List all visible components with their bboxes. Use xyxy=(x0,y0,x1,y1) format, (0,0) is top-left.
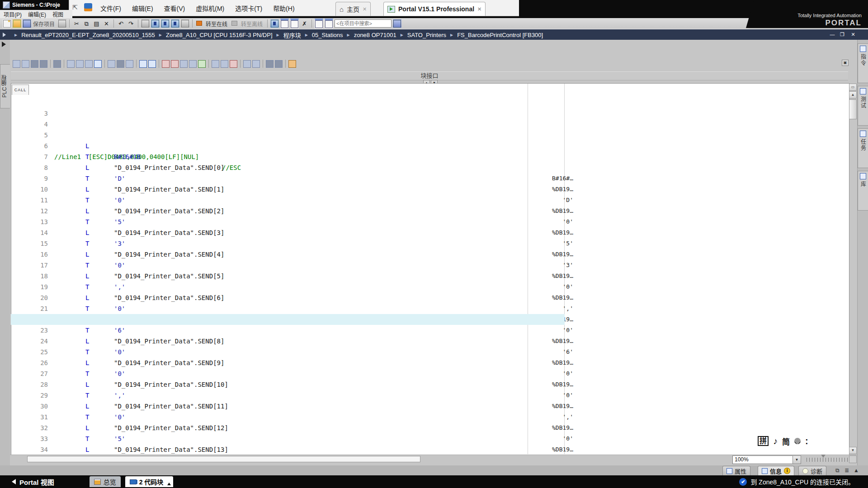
breadcrumb-item-label[interactable]: 05_Stations xyxy=(312,32,343,38)
code-line[interactable]: 30 T "D_0194_Printer_Data".SEND[12] %DB1… xyxy=(11,390,567,401)
jump-back-icon[interactable] xyxy=(243,60,251,68)
breadcrumb-item[interactable]: ▶ zone8 OP71001 xyxy=(343,32,396,38)
code-line[interactable]: 21 L '6' '6' xyxy=(11,292,567,303)
vertical-split-icon[interactable] xyxy=(325,19,333,28)
go-online-icon[interactable] xyxy=(195,19,204,28)
maximize-editor-icon[interactable]: ▣ xyxy=(842,60,849,66)
insert-empty-box-icon[interactable] xyxy=(117,60,124,68)
tab-diagnostics[interactable]: 诊断 xyxy=(798,466,826,475)
absolute-symbolic-toggle-icon[interactable] xyxy=(139,60,147,68)
code-line[interactable]: 17 L ',' ',' xyxy=(11,249,567,260)
code-line[interactable]: 5 L B#16#1B //ESC B#16#… xyxy=(11,119,567,130)
print-icon[interactable] xyxy=(58,19,66,28)
go-offline-icon[interactable] xyxy=(231,19,239,28)
code-line[interactable]: 20 T "D_0194_Printer_Data".SEND[7] %DB19… xyxy=(11,282,567,292)
insert-network-icon[interactable] xyxy=(13,60,20,68)
copy-icon[interactable]: ⧉ xyxy=(82,19,91,28)
favorites-toggle-icon[interactable] xyxy=(148,60,156,68)
vm-tab-portal[interactable]: Portal V15.1 Professional ✕ xyxy=(383,2,486,16)
tab-overview[interactable]: 总览 xyxy=(90,476,121,487)
insert-box-icon[interactable] xyxy=(108,60,115,68)
redo-icon[interactable]: ↷ xyxy=(127,19,135,28)
code-line[interactable]: 8 T "D_0194_Printer_Data".SEND[1] %DB19… xyxy=(11,151,567,162)
network-comments-toggle-icon[interactable] xyxy=(94,60,102,68)
ime-settings-icon[interactable] xyxy=(794,438,801,444)
cancel-reservation-icon[interactable] xyxy=(171,60,179,68)
task-card-tab[interactable]: 任务 xyxy=(858,128,868,168)
delete-sequence-icon[interactable] xyxy=(230,60,237,68)
goto-network-icon[interactable] xyxy=(53,60,61,68)
vm-tab-home[interactable]: ⌂ 主页 ✕ xyxy=(335,2,371,16)
code-line[interactable]: 11 L '5' '5' xyxy=(11,184,567,195)
task-card-tab[interactable]: 指令 xyxy=(858,43,868,83)
vm-menu-item[interactable]: 帮助(H) xyxy=(273,4,294,13)
tab-plc-programming[interactable]: PLC 编程 xyxy=(0,64,10,108)
code-line[interactable]: 33 L '0' '0' xyxy=(11,422,567,433)
tab-code-blocks[interactable]: 2 代码块 xyxy=(125,476,174,487)
discard-changes-icon[interactable] xyxy=(162,60,170,68)
zoom-slider-knob[interactable] xyxy=(821,455,826,458)
network-list-icon[interactable] xyxy=(67,60,75,68)
upload-from-device-icon[interactable] xyxy=(161,19,170,28)
new-project-icon[interactable] xyxy=(3,19,11,28)
consistency-check-icon[interactable] xyxy=(198,60,206,68)
code-line[interactable]: 34 T "D_0194_Printer_Data".SEND[14] %DB1… xyxy=(11,433,567,444)
zoom-slider[interactable] xyxy=(807,458,852,462)
breadcrumb-item-label[interactable]: FS_BarcodePrintControl [FB300] xyxy=(457,32,543,38)
save-project-icon[interactable] xyxy=(23,19,31,28)
dock-panel-icon[interactable]: ≣ xyxy=(844,467,849,474)
breadcrumb-item-label[interactable]: 程序块 xyxy=(283,31,301,39)
go-online-label[interactable]: 转至在线 xyxy=(206,20,227,28)
tab-properties[interactable]: 属性 xyxy=(722,466,750,475)
code-line[interactable]: 13 L '3' '3' xyxy=(11,206,567,216)
tab-info[interactable]: 信息 i xyxy=(758,466,794,475)
search-input[interactable] xyxy=(335,19,392,28)
call-tab[interactable]: CALL xyxy=(12,84,29,95)
code-line[interactable]: 24 T "D_0194_Printer_Data".SEND[9] %DB19… xyxy=(11,325,567,336)
editor-minimize-icon[interactable] xyxy=(828,31,836,38)
tia-menu-item[interactable]: 编辑(E) xyxy=(28,10,46,18)
delete-icon[interactable]: ✕ xyxy=(102,19,111,28)
expand-left-pane-icon[interactable] xyxy=(2,42,6,47)
portal-view-button[interactable]: Portal 视图 xyxy=(12,477,54,487)
close-tab-icon[interactable]: ✕ xyxy=(477,6,481,12)
vm-menu-item[interactable]: 选项卡(T) xyxy=(235,4,262,13)
code-line[interactable]: 35 L '0' '0' xyxy=(11,444,567,455)
tia-menu-item[interactable]: 项目(P) xyxy=(4,10,22,18)
breadcrumb-item[interactable]: ▶ Zone8_A10_CPU [CPU 1516F-3 PN/DP] xyxy=(155,32,273,38)
expand-networks-icon[interactable] xyxy=(76,60,84,68)
set-sequence-icon[interactable] xyxy=(221,60,228,68)
breadcrumb-item[interactable]: ▶ 程序块 xyxy=(273,31,301,39)
editor-restore-icon[interactable] xyxy=(838,31,846,38)
scroll-down-icon[interactable]: ▼ xyxy=(849,447,857,454)
split-window-icon[interactable] xyxy=(280,19,289,28)
open-branch-icon[interactable] xyxy=(126,60,133,68)
tia-menu-item[interactable]: 视图 xyxy=(52,10,63,18)
breadcrumb-item[interactable]: ▶ FS_BarcodePrintControl [FB300] xyxy=(446,32,543,38)
ime-pinyin-icon[interactable]: 拼 xyxy=(758,436,769,446)
collapse-panel-icon[interactable]: ▲ xyxy=(854,467,859,474)
code-line[interactable]: 26 T "D_0194_Printer_Data".SEND[10] %DB1… xyxy=(11,347,567,357)
ime-sound-icon[interactable]: ♪ xyxy=(773,436,778,446)
horizontal-scrollbar-thumb[interactable] xyxy=(27,456,420,462)
vm-menu-item[interactable]: 虚拟机(M) xyxy=(196,4,224,13)
jump-forward-icon[interactable] xyxy=(252,60,260,68)
breadcrumb-item-label[interactable]: zone8 OP71001 xyxy=(354,32,396,38)
online-diagnostics-icon[interactable] xyxy=(270,19,279,28)
code-line[interactable]: 31 L '5' '5' xyxy=(11,401,567,412)
paste-icon[interactable]: ▤ xyxy=(92,19,101,28)
code-line[interactable]: 6 T "D_0194_Printer_Data".SEND[0] %DB19… xyxy=(11,130,567,141)
zoom-dropdown-icon[interactable]: ▼ xyxy=(793,455,801,464)
save-project-label[interactable]: 保存项目 xyxy=(33,20,55,28)
synchronize-icon[interactable] xyxy=(189,60,197,68)
search-project-icon[interactable] xyxy=(393,19,401,28)
scroll-up-icon[interactable]: ▲ xyxy=(849,91,857,99)
call-environment-icon[interactable] xyxy=(275,60,283,68)
code-line[interactable]: 9 L '0' '0' xyxy=(11,162,567,173)
vm-menu-item[interactable]: 查看(V) xyxy=(164,4,185,13)
go-offline-label[interactable]: 转至离线 xyxy=(241,20,263,28)
collapse-networks-icon[interactable] xyxy=(85,60,93,68)
update-block-call-icon[interactable] xyxy=(180,60,188,68)
breadcrumb-item-label[interactable]: SATO_Printers xyxy=(407,32,446,38)
monitoring-icon[interactable] xyxy=(266,60,274,68)
